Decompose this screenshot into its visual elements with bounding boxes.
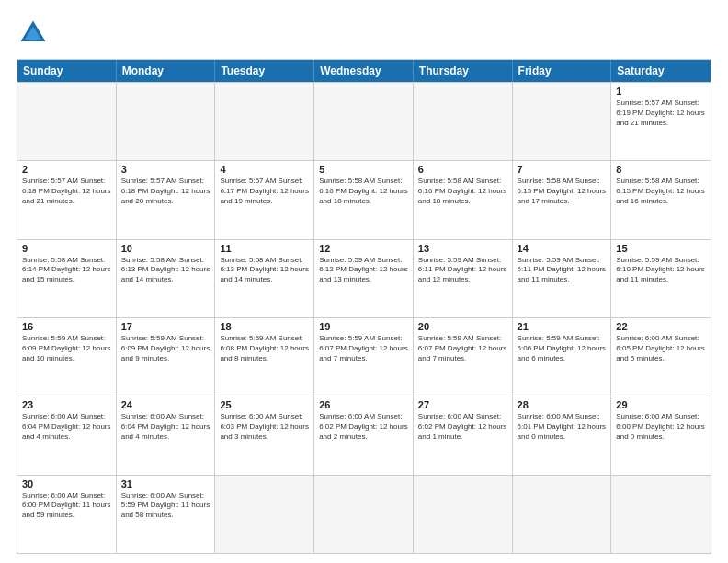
header-day-tuesday: Tuesday <box>215 60 314 82</box>
cell-text: Sunrise: 6:00 AM Sunset: 6:02 PM Dayligh… <box>418 412 507 442</box>
day-number: 22 <box>616 321 706 332</box>
cell-text: Sunrise: 5:59 AM Sunset: 6:10 PM Dayligh… <box>616 256 706 285</box>
header-day-wednesday: Wednesday <box>314 60 414 82</box>
cell-text: Sunrise: 5:57 AM Sunset: 6:17 PM Dayligh… <box>220 177 309 206</box>
calendar-row-5: 30Sunrise: 6:00 AM Sunset: 6:00 PM Dayli… <box>17 475 711 553</box>
header-day-thursday: Thursday <box>414 60 513 82</box>
cell-text: Sunrise: 6:00 AM Sunset: 6:00 PM Dayligh… <box>22 491 111 521</box>
day-number: 5 <box>319 164 408 175</box>
calendar-cell <box>513 83 612 160</box>
calendar-cell <box>314 476 414 553</box>
calendar-cell: 31Sunrise: 6:00 AM Sunset: 5:59 PM Dayli… <box>117 476 216 553</box>
cell-text: Sunrise: 5:59 AM Sunset: 6:09 PM Dayligh… <box>22 334 111 363</box>
calendar-cell <box>414 83 513 160</box>
cell-text: Sunrise: 5:59 AM Sunset: 6:07 PM Dayligh… <box>319 334 408 363</box>
day-number: 21 <box>518 321 607 332</box>
day-number: 27 <box>418 399 507 410</box>
header <box>17 17 711 50</box>
calendar-cell: 1Sunrise: 5:57 AM Sunset: 6:19 PM Daylig… <box>611 83 711 160</box>
cell-text: Sunrise: 5:58 AM Sunset: 6:13 PM Dayligh… <box>121 256 210 285</box>
calendar-cell: 11Sunrise: 5:58 AM Sunset: 6:13 PM Dayli… <box>215 240 314 317</box>
cell-text: Sunrise: 5:59 AM Sunset: 6:06 PM Dayligh… <box>518 334 607 363</box>
calendar-cell <box>314 83 414 160</box>
cell-text: Sunrise: 5:57 AM Sunset: 6:18 PM Dayligh… <box>121 177 210 206</box>
cell-text: Sunrise: 5:57 AM Sunset: 6:18 PM Dayligh… <box>22 177 111 206</box>
day-number: 19 <box>319 321 408 332</box>
day-number: 13 <box>418 243 507 254</box>
calendar-row-0: 1Sunrise: 5:57 AM Sunset: 6:19 PM Daylig… <box>17 82 711 160</box>
calendar-cell: 6Sunrise: 5:58 AM Sunset: 6:16 PM Daylig… <box>414 161 513 238</box>
calendar-cell <box>611 476 711 553</box>
calendar-cell: 4Sunrise: 5:57 AM Sunset: 6:17 PM Daylig… <box>215 161 314 238</box>
calendar-cell: 18Sunrise: 5:59 AM Sunset: 6:08 PM Dayli… <box>215 318 314 396</box>
calendar-cell: 10Sunrise: 5:58 AM Sunset: 6:13 PM Dayli… <box>117 240 216 317</box>
day-number: 23 <box>22 399 111 410</box>
day-number: 12 <box>319 243 408 254</box>
day-number: 10 <box>121 243 210 254</box>
cell-text: Sunrise: 5:59 AM Sunset: 6:11 PM Dayligh… <box>418 256 507 285</box>
calendar-cell: 21Sunrise: 5:59 AM Sunset: 6:06 PM Dayli… <box>513 318 612 396</box>
day-number: 31 <box>121 478 210 489</box>
day-number: 28 <box>518 399 607 410</box>
day-number: 18 <box>220 321 309 332</box>
day-number: 30 <box>22 478 111 489</box>
calendar-cell <box>215 476 314 553</box>
cell-text: Sunrise: 5:59 AM Sunset: 6:12 PM Dayligh… <box>319 256 408 285</box>
calendar-cell: 24Sunrise: 6:00 AM Sunset: 6:04 PM Dayli… <box>117 396 216 474</box>
calendar-cell: 22Sunrise: 6:00 AM Sunset: 6:05 PM Dayli… <box>611 318 711 396</box>
calendar-row-4: 23Sunrise: 6:00 AM Sunset: 6:04 PM Dayli… <box>17 396 711 474</box>
header-day-sunday: Sunday <box>17 60 117 82</box>
day-number: 25 <box>220 399 309 410</box>
cell-text: Sunrise: 5:59 AM Sunset: 6:07 PM Dayligh… <box>418 334 507 363</box>
calendar: SundayMondayTuesdayWednesdayThursdayFrid… <box>17 59 711 554</box>
day-number: 6 <box>418 164 507 175</box>
cell-text: Sunrise: 6:00 AM Sunset: 5:59 PM Dayligh… <box>121 491 210 521</box>
day-number: 11 <box>220 243 309 254</box>
calendar-cell <box>513 476 612 553</box>
calendar-row-3: 16Sunrise: 5:59 AM Sunset: 6:09 PM Dayli… <box>17 317 711 396</box>
cell-text: Sunrise: 5:59 AM Sunset: 6:11 PM Dayligh… <box>518 256 607 285</box>
calendar-cell: 19Sunrise: 5:59 AM Sunset: 6:07 PM Dayli… <box>314 318 414 396</box>
calendar-cell: 17Sunrise: 5:59 AM Sunset: 6:09 PM Dayli… <box>117 318 216 396</box>
day-number: 26 <box>319 399 408 410</box>
cell-text: Sunrise: 5:58 AM Sunset: 6:13 PM Dayligh… <box>220 256 309 285</box>
calendar-row-2: 9Sunrise: 5:58 AM Sunset: 6:14 PM Daylig… <box>17 239 711 317</box>
cell-text: Sunrise: 6:00 AM Sunset: 6:02 PM Dayligh… <box>319 412 408 442</box>
calendar-cell: 26Sunrise: 6:00 AM Sunset: 6:02 PM Dayli… <box>314 396 414 474</box>
cell-text: Sunrise: 5:57 AM Sunset: 6:19 PM Dayligh… <box>616 98 706 128</box>
calendar-cell: 16Sunrise: 5:59 AM Sunset: 6:09 PM Dayli… <box>17 318 117 396</box>
cell-text: Sunrise: 5:58 AM Sunset: 6:16 PM Dayligh… <box>319 177 408 206</box>
cell-text: Sunrise: 6:00 AM Sunset: 6:04 PM Dayligh… <box>22 412 111 442</box>
calendar-cell <box>215 83 314 160</box>
day-number: 2 <box>22 164 111 175</box>
calendar-cell: 5Sunrise: 5:58 AM Sunset: 6:16 PM Daylig… <box>314 161 414 238</box>
day-number: 29 <box>616 399 706 410</box>
calendar-cell: 7Sunrise: 5:58 AM Sunset: 6:15 PM Daylig… <box>513 161 612 238</box>
calendar-cell: 30Sunrise: 6:00 AM Sunset: 6:00 PM Dayli… <box>17 476 117 553</box>
calendar-header: SundayMondayTuesdayWednesdayThursdayFrid… <box>17 60 711 82</box>
calendar-cell <box>17 83 117 160</box>
calendar-body: 1Sunrise: 5:57 AM Sunset: 6:19 PM Daylig… <box>17 82 711 553</box>
cell-text: Sunrise: 6:00 AM Sunset: 6:00 PM Dayligh… <box>616 412 706 442</box>
page: SundayMondayTuesdayWednesdayThursdayFrid… <box>0 0 728 563</box>
calendar-row-1: 2Sunrise: 5:57 AM Sunset: 6:18 PM Daylig… <box>17 160 711 238</box>
cell-text: Sunrise: 5:58 AM Sunset: 6:14 PM Dayligh… <box>22 256 111 285</box>
calendar-cell: 2Sunrise: 5:57 AM Sunset: 6:18 PM Daylig… <box>17 161 117 238</box>
day-number: 16 <box>22 321 111 332</box>
calendar-cell: 14Sunrise: 5:59 AM Sunset: 6:11 PM Dayli… <box>513 240 612 317</box>
day-number: 3 <box>121 164 210 175</box>
cell-text: Sunrise: 6:00 AM Sunset: 6:03 PM Dayligh… <box>220 412 309 442</box>
cell-text: Sunrise: 5:59 AM Sunset: 6:09 PM Dayligh… <box>121 334 210 363</box>
calendar-cell: 20Sunrise: 5:59 AM Sunset: 6:07 PM Dayli… <box>414 318 513 396</box>
calendar-cell: 27Sunrise: 6:00 AM Sunset: 6:02 PM Dayli… <box>414 396 513 474</box>
calendar-cell <box>414 476 513 553</box>
cell-text: Sunrise: 6:00 AM Sunset: 6:01 PM Dayligh… <box>518 412 607 442</box>
logo <box>17 17 53 50</box>
day-number: 14 <box>518 243 607 254</box>
day-number: 8 <box>616 164 706 175</box>
day-number: 1 <box>616 86 706 97</box>
cell-text: Sunrise: 5:58 AM Sunset: 6:16 PM Dayligh… <box>418 177 507 206</box>
calendar-cell: 8Sunrise: 5:58 AM Sunset: 6:15 PM Daylig… <box>611 161 711 238</box>
day-number: 20 <box>418 321 507 332</box>
header-day-saturday: Saturday <box>611 60 711 82</box>
